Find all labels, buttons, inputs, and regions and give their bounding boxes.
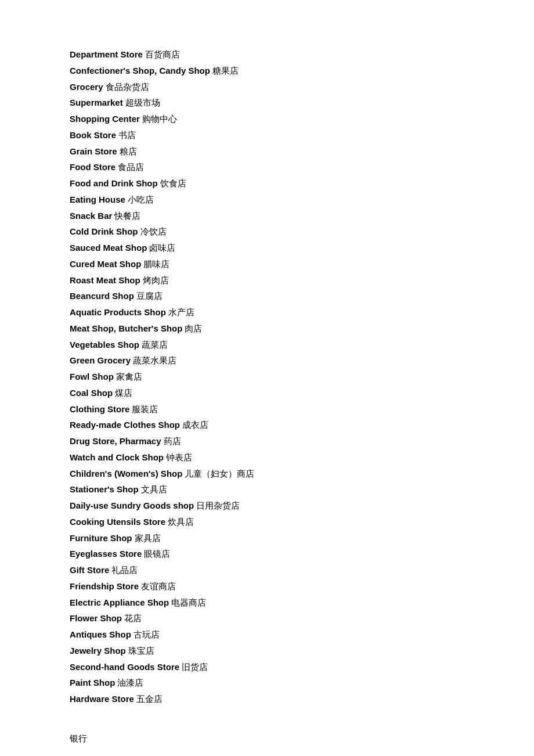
list-item: Clothing Store服装店 bbox=[70, 401, 464, 417]
item-chinese: 煤店 bbox=[115, 388, 132, 398]
item-english: Food and Drink Shop bbox=[70, 178, 158, 188]
item-english: Clothing Store bbox=[70, 404, 129, 414]
item-chinese: 饮食店 bbox=[160, 178, 186, 188]
item-english: Second-hand Goods Store bbox=[70, 662, 179, 672]
item-chinese: 糖果店 bbox=[212, 66, 239, 75]
item-chinese: 文具店 bbox=[141, 484, 167, 494]
item-english: Vegetables Shop bbox=[70, 340, 139, 350]
list-item: Paint Shop油漆店 bbox=[70, 675, 464, 691]
item-english: Friendship Store bbox=[70, 581, 139, 591]
list-item: Green Grocery蔬菜水果店 bbox=[70, 352, 464, 369]
item-chinese: 炊具店 bbox=[168, 517, 194, 527]
list-item: Beancurd Shop豆腐店 bbox=[70, 288, 464, 304]
item-english: Cold Drink Shop bbox=[70, 226, 138, 236]
item-english: Meat Shop, Butcher's Shop bbox=[70, 323, 182, 333]
item-chinese: 卤味店 bbox=[149, 243, 175, 253]
item-chinese: 古玩店 bbox=[134, 629, 160, 639]
list-item: Grocery食品杂货店 bbox=[70, 79, 464, 95]
list-item: Confectioner's Shop, Candy Shop糖果店 bbox=[70, 63, 464, 79]
item-chinese: 旧货店 bbox=[182, 662, 208, 672]
list-item: Daily-use Sundry Goods shop日用杂货店 bbox=[70, 498, 464, 514]
item-english: Eyeglasses Store bbox=[70, 549, 142, 559]
item-chinese: 快餐店 bbox=[114, 211, 140, 221]
item-chinese: 肉店 bbox=[185, 323, 202, 333]
item-chinese: 电器商店 bbox=[171, 597, 206, 607]
list-item: Roast Meat Shop烤肉店 bbox=[70, 272, 464, 289]
item-chinese: 蔬菜店 bbox=[142, 340, 168, 350]
item-chinese: 花店 bbox=[124, 613, 142, 623]
list-item: Department Store百货商店 bbox=[70, 46, 464, 63]
item-english: Electric Appliance Shop bbox=[70, 597, 169, 607]
item-english: Department Store bbox=[70, 49, 143, 59]
item-english: Flower Shop bbox=[70, 613, 122, 623]
list-item: Meat Shop, Butcher's Shop肉店 bbox=[70, 321, 464, 337]
list-item: Cured Meat Shop腊味店 bbox=[70, 256, 464, 272]
item-chinese: 友谊商店 bbox=[141, 581, 176, 591]
item-chinese: 食品杂货店 bbox=[106, 82, 149, 92]
item-chinese: 冷饮店 bbox=[140, 226, 167, 236]
item-chinese: 油漆店 bbox=[117, 678, 143, 687]
list-item: Gift Store礼品店 bbox=[70, 562, 464, 578]
store-list: Department Store百货商店Confectioner's Shop,… bbox=[70, 46, 464, 707]
item-english: Children's (Women's) Shop bbox=[70, 469, 182, 478]
item-english: Gift Store bbox=[70, 565, 109, 575]
item-chinese: 家禽店 bbox=[116, 372, 142, 381]
item-chinese: 钟表店 bbox=[166, 452, 192, 462]
list-item: Eating House小吃店 bbox=[70, 192, 464, 208]
item-chinese: 烤肉店 bbox=[143, 275, 169, 285]
item-english: Ready-made Clothes Shop bbox=[70, 420, 180, 430]
item-english: Daily-use Sundry Goods shop bbox=[70, 501, 194, 510]
item-english: Drug Store, Pharmacy bbox=[70, 436, 161, 446]
item-english: Grocery bbox=[70, 82, 103, 92]
item-english: Roast Meat Shop bbox=[70, 275, 140, 285]
list-item: Food and Drink Shop饮食店 bbox=[70, 175, 464, 192]
item-chinese: 水产店 bbox=[168, 307, 194, 317]
item-english: Paint Shop bbox=[70, 678, 115, 687]
list-item: Cold Drink Shop冷饮店 bbox=[70, 224, 464, 240]
list-item: Grain Store粮店 bbox=[70, 143, 464, 160]
item-chinese: 粮店 bbox=[120, 146, 137, 156]
item-english: Eating House bbox=[70, 195, 125, 204]
item-english: Aquatic Products Shop bbox=[70, 307, 166, 317]
item-chinese: 眼镜店 bbox=[144, 549, 170, 559]
item-english: Snack Bar bbox=[70, 211, 112, 221]
item-english: Green Grocery bbox=[70, 355, 131, 365]
item-english: Hardware Store bbox=[70, 694, 134, 704]
item-chinese: 超级市场 bbox=[125, 98, 160, 107]
list-item: Hardware Store五金店 bbox=[70, 691, 464, 707]
item-english: Antiques Shop bbox=[70, 629, 131, 639]
list-item: Supermarket超级市场 bbox=[70, 95, 464, 111]
list-item: Furniture Shop家具店 bbox=[70, 530, 464, 546]
item-chinese: 日用杂货店 bbox=[196, 501, 240, 510]
item-chinese: 成衣店 bbox=[182, 420, 208, 430]
list-item: Watch and Clock Shop钟表店 bbox=[70, 449, 464, 466]
item-english: Grain Store bbox=[70, 146, 117, 156]
list-item: Stationer's Shop文具店 bbox=[70, 481, 464, 498]
item-english: Fowl Shop bbox=[70, 372, 114, 381]
list-item: Shopping Center购物中心 bbox=[70, 111, 464, 127]
list-item: Vegetables Shop蔬菜店 bbox=[70, 337, 464, 353]
item-chinese: 礼品店 bbox=[111, 565, 138, 575]
item-english: Cooking Utensils Store bbox=[70, 517, 165, 527]
spacer bbox=[70, 707, 464, 730]
item-english: Shopping Center bbox=[70, 114, 140, 124]
list-item: Friendship Store友谊商店 bbox=[70, 578, 464, 595]
item-english: Supermarket bbox=[70, 98, 123, 107]
item-english: Beancurd Shop bbox=[70, 291, 134, 301]
item-chinese: 食品店 bbox=[118, 162, 144, 172]
item-chinese: 蔬菜水果店 bbox=[133, 355, 176, 365]
item-chinese: 书店 bbox=[118, 130, 136, 140]
list-item: Coal Shop煤店 bbox=[70, 385, 464, 401]
list-item: Jewelry Shop珠宝店 bbox=[70, 643, 464, 659]
list-item: Food Store食品店 bbox=[70, 159, 464, 175]
item-english: Jewelry Shop bbox=[70, 646, 126, 656]
item-english: Book Store bbox=[70, 130, 116, 140]
list-item: Children's (Women's) Shop儿童（妇女）商店 bbox=[70, 466, 464, 482]
list-item: Book Store书店 bbox=[70, 127, 464, 143]
item-english: Furniture Shop bbox=[70, 533, 132, 543]
item-chinese: 豆腐店 bbox=[136, 291, 163, 301]
item-chinese: 珠宝店 bbox=[128, 646, 154, 656]
list-item: Snack Bar快餐店 bbox=[70, 208, 464, 224]
list-item: Fowl Shop家禽店 bbox=[70, 369, 464, 385]
item-english: Sauced Meat Shop bbox=[70, 243, 147, 253]
